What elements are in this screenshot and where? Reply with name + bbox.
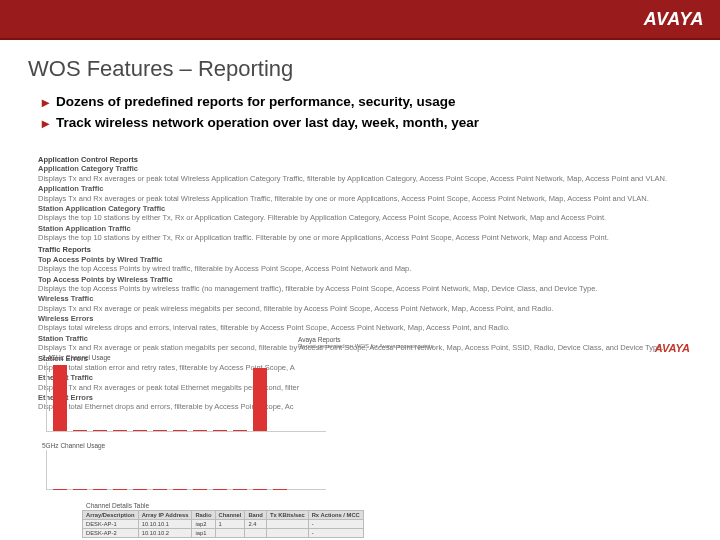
chart-title: 5GHz Channel Usage xyxy=(42,442,326,449)
report-name: Top Access Points by Wired Traffic xyxy=(38,255,692,264)
report-header-tiny: Avaya Reports xyxy=(298,336,341,343)
bar xyxy=(133,430,147,431)
report-desc: Displays Tx and Rx average or peak wirel… xyxy=(38,304,692,313)
report-desc: Displays the top 10 stations by either T… xyxy=(38,213,692,222)
report-name: Station Application Category Traffic xyxy=(38,204,692,213)
bar xyxy=(153,430,167,431)
report-subtext: Report generated on WOS for Avaya access… xyxy=(298,343,434,349)
bullet-item: Track wireless network operation over la… xyxy=(42,115,692,130)
report-name: Application Category Traffic xyxy=(38,164,692,173)
report-desc: Displays Tx and Rx averages or peak tota… xyxy=(38,194,692,203)
bar xyxy=(233,430,247,431)
report-desc: Displays the top Access Points by wirele… xyxy=(38,284,692,293)
bar xyxy=(53,365,67,431)
bullet-item: Dozens of predefined reports for perform… xyxy=(42,94,692,109)
report-group-heading: Application Control Reports xyxy=(38,155,692,164)
bar xyxy=(193,430,207,431)
report-name: Station Application Traffic xyxy=(38,224,692,233)
bullet-list: Dozens of predefined reports for perform… xyxy=(28,94,692,130)
report-desc: Displays Tx and Rx averages or peak tota… xyxy=(38,174,692,183)
report-desc: Displays the top 10 stations by either T… xyxy=(38,233,692,242)
report-name: Top Access Points by Wireless Traffic xyxy=(38,275,692,284)
report-name: Wireless Errors xyxy=(38,314,692,323)
chart-zone: Avaya Reports Report generated on WOS fo… xyxy=(38,340,708,540)
channel-details: Channel Details Table Array/DescriptionA… xyxy=(82,500,364,538)
bar xyxy=(93,430,107,431)
report-name: Application Traffic xyxy=(38,184,692,193)
brand-logo: AVAYA xyxy=(644,9,704,30)
bar xyxy=(213,430,227,431)
bar xyxy=(73,430,87,431)
bar xyxy=(253,368,267,431)
bar-chart-5ghz xyxy=(46,450,326,490)
bar xyxy=(113,430,127,431)
report-desc: Displays total wireless drops and errors… xyxy=(38,323,692,332)
report-desc: Displays the top Access Points by wired … xyxy=(38,264,692,273)
chart-title: 2.4GHz Channel Usage xyxy=(42,354,326,361)
slide-body: WOS Features – Reporting Dozens of prede… xyxy=(0,40,720,146)
table-title: Channel Details Table xyxy=(86,502,364,509)
header-bar: AVAYA xyxy=(0,0,720,40)
slide-title: WOS Features – Reporting xyxy=(28,56,692,82)
bar xyxy=(173,430,187,431)
report-group-heading: Traffic Reports xyxy=(38,245,692,254)
report-name: Wireless Traffic xyxy=(38,294,692,303)
channel-details-table: Array/DescriptionArray IP AddressRadioCh… xyxy=(82,510,364,538)
bar-chart-24ghz xyxy=(46,362,326,432)
